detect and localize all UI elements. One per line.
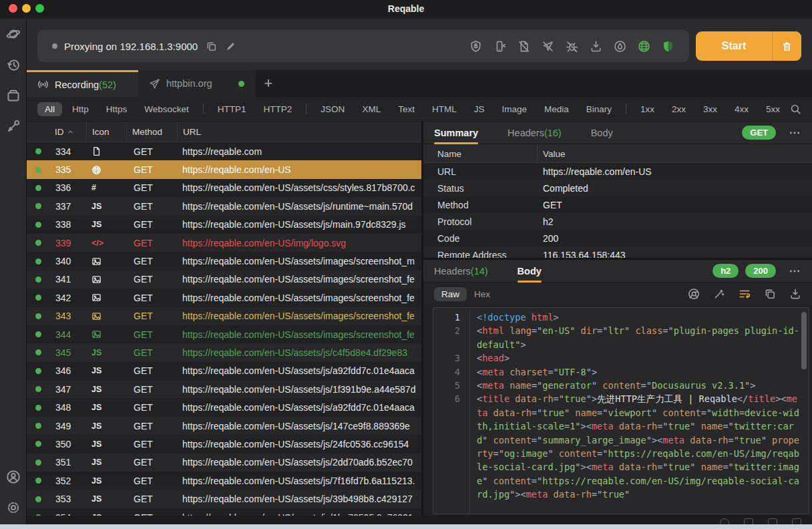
rewrite-off-icon[interactable]	[542, 40, 554, 53]
history-icon[interactable]	[6, 57, 21, 72]
filter-websocket[interactable]: Websocket	[137, 102, 196, 116]
copy-icon[interactable]	[764, 288, 776, 300]
copy-icon[interactable]	[206, 41, 217, 52]
start-button-label[interactable]: Start	[696, 31, 772, 61]
tab-recording[interactable]: Recording(52)	[27, 70, 138, 97]
filter-all[interactable]: All	[37, 102, 62, 116]
table-row[interactable]: 339</>GEThttps://reqable.com/en-US/img/l…	[27, 234, 421, 252]
tools-icon[interactable]	[6, 119, 21, 134]
view-mode-raw[interactable]: Raw	[434, 287, 467, 301]
app-sidebar	[0, 19, 27, 524]
table-row[interactable]: 353JSGEThttps://reqable.com/en-US/assets…	[27, 490, 421, 508]
table-row[interactable]: 345JSGEThttps://reqable.com/en-US/assets…	[27, 343, 421, 361]
proxy-address-box[interactable]: Proxying on 192.168.1.3:9000	[37, 30, 689, 62]
filter-4xx[interactable]: 4xx	[727, 102, 756, 116]
table-row[interactable]: 354JSGEThttps://reqable.com/en-US/assets…	[27, 508, 421, 516]
view-mode-hex[interactable]: Hex	[467, 287, 497, 301]
filter-1xx[interactable]: 1xx	[633, 102, 662, 116]
download-icon[interactable]	[590, 40, 602, 53]
security-shield-icon[interactable]	[662, 40, 674, 53]
start-button[interactable]: Start	[696, 31, 801, 61]
status-dot	[35, 441, 41, 447]
doc-icon	[91, 146, 102, 156]
more-options-icon[interactable]	[788, 265, 801, 277]
table-row[interactable]: 341GEThttps://reqable.com/en-US/assets/i…	[27, 271, 421, 289]
filter-http[interactable]: Http	[65, 102, 96, 116]
table-row[interactable]: 351JSGEThttps://reqable.com/en-US/assets…	[27, 454, 421, 472]
filter-json[interactable]: JSON	[313, 102, 352, 116]
filter-html[interactable]: HTML	[425, 102, 464, 116]
table-row[interactable]: 338JSGEThttps://reqable.com/en-US/assets…	[27, 216, 421, 234]
add-tab-button[interactable]: +	[255, 70, 282, 97]
tab-httpbin[interactable]: httpbin.org	[138, 70, 255, 97]
filter-http1[interactable]: HTTP1	[210, 102, 254, 116]
filter-media[interactable]: Media	[537, 102, 576, 116]
column-header-icon[interactable]: Icon	[87, 122, 127, 142]
table-row[interactable]: 340GEThttps://reqable.com/en-US/assets/i…	[27, 252, 421, 270]
ssl-shield-icon[interactable]	[469, 40, 482, 53]
browser-icon[interactable]	[688, 288, 700, 300]
summary-row[interactable]: Remote Address116.153.64.158:443	[423, 246, 812, 258]
table-row[interactable]: 336#GEThttps://reqable.com/en-US/assets/…	[27, 179, 421, 197]
tab-response-body[interactable]: Body	[518, 260, 542, 283]
planet-icon[interactable]	[6, 27, 21, 41]
table-row[interactable]: 337JSGEThttps://reqable.com/en-US/assets…	[27, 197, 421, 215]
column-header-method[interactable]: Method	[127, 122, 178, 142]
table-row[interactable]: 350JSGEThttps://reqable.com/en-US/assets…	[27, 435, 421, 453]
tab-request-body[interactable]: Body	[591, 122, 613, 144]
search-icon[interactable]	[790, 104, 801, 115]
summary-row[interactable]: StatusCompleted	[423, 180, 812, 196]
filter-https[interactable]: Https	[99, 102, 135, 116]
table-row[interactable]: 347JSGEThttps://reqable.com/en-US/assets…	[27, 380, 421, 398]
account-icon[interactable]	[6, 470, 21, 484]
filter-binary[interactable]: Binary	[579, 102, 619, 116]
tab-request-headers[interactable]: Headers(16)	[508, 122, 562, 144]
network-icon[interactable]	[638, 40, 650, 53]
summary-row[interactable]: Code200	[423, 230, 812, 246]
collection-icon[interactable]	[6, 88, 21, 103]
footer-icon[interactable]	[744, 518, 753, 524]
footer-icon[interactable]	[720, 518, 729, 524]
table-row[interactable]: 335GEThttps://reqable.com/en-US	[27, 160, 421, 178]
column-header-id[interactable]: ID	[49, 122, 87, 142]
filter-5xx[interactable]: 5xx	[759, 102, 787, 116]
download-icon[interactable]	[789, 288, 801, 300]
edit-icon[interactable]	[225, 41, 236, 52]
summary-row[interactable]: URLhttps://reqable.com/en-US	[423, 163, 812, 180]
filter-js[interactable]: JS	[467, 102, 492, 116]
debug-off-icon[interactable]	[566, 40, 578, 53]
table-row[interactable]: 346JSGEThttps://reqable.com/en-US/assets…	[27, 362, 421, 380]
filter-image[interactable]: Image	[494, 102, 534, 116]
filter-http2[interactable]: HTTP2	[256, 102, 300, 116]
table-row[interactable]: 349JSGEThttps://reqable.com/en-US/assets…	[27, 417, 421, 435]
filter-separator	[626, 104, 626, 114]
beautify-icon[interactable]	[713, 288, 725, 300]
device-disconnect-icon[interactable]	[493, 40, 506, 53]
code-scrollbar-thumb[interactable]	[801, 312, 807, 369]
wrap-icon[interactable]	[739, 288, 751, 300]
script-off-icon[interactable]	[518, 40, 530, 53]
tab-response-headers[interactable]: Headers(14)	[434, 260, 488, 283]
table-row[interactable]: 342GEThttps://reqable.com/en-US/assets/i…	[27, 289, 421, 307]
table-row[interactable]: 344GEThttps://reqable.com/en-US/assets/i…	[27, 325, 421, 343]
filter-xml[interactable]: XML	[355, 102, 388, 116]
more-options-icon[interactable]	[788, 127, 801, 139]
filter-text[interactable]: Text	[391, 102, 422, 116]
filter-2xx[interactable]: 2xx	[664, 102, 693, 116]
tab-summary[interactable]: Summary	[434, 122, 478, 144]
summary-row[interactable]: Protocolh2	[423, 213, 812, 230]
row-url: https://reqable.com/en-US	[178, 164, 421, 175]
footer-icon[interactable]	[792, 518, 801, 524]
table-row[interactable]: 334GEThttps://reqable.com	[27, 142, 421, 160]
filter-3xx[interactable]: 3xx	[696, 102, 725, 116]
trash-icon[interactable]	[772, 31, 801, 61]
settings-icon[interactable]	[6, 500, 21, 515]
footer-icon[interactable]	[768, 518, 777, 524]
summary-row[interactable]: MethodGET	[423, 196, 812, 213]
drop-icon[interactable]	[614, 40, 626, 53]
code-viewer[interactable]: 1<!doctype html>2<html lang="en-US" dir=…	[433, 307, 809, 514]
table-row[interactable]: 352JSGEThttps://reqable.com/en-US/assets…	[27, 472, 421, 490]
table-row[interactable]: 348JSGEThttps://reqable.com/en-US/assets…	[27, 398, 421, 416]
column-header-url[interactable]: URL	[178, 122, 421, 142]
table-row[interactable]: 343GEThttps://reqable.com/en-US/assets/i…	[27, 307, 421, 325]
